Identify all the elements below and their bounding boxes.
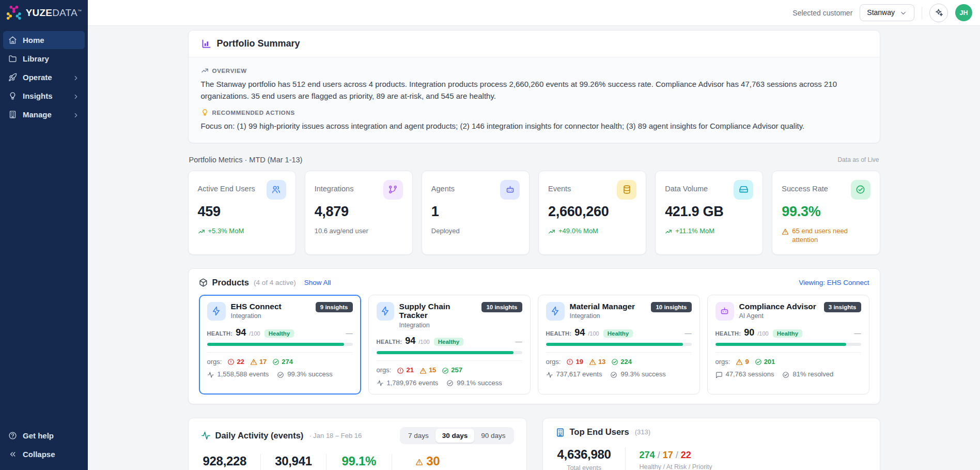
stat-avg-day: 30,941 Avg/Day (261, 454, 326, 470)
brand-logo-icon (6, 5, 22, 21)
avatar[interactable]: JH (955, 4, 972, 21)
product-card-compliance-advisor[interactable]: Compliance Advisor AI Agent 3 insights H… (707, 295, 869, 395)
selected-customer-label: Selected customer (792, 9, 852, 17)
orgs-warning: 15 (419, 366, 436, 374)
products-count: (4 of 4 active) (254, 279, 296, 286)
trend-dash: — (516, 338, 522, 345)
orgs-critical: 22 (227, 358, 244, 366)
health-score: 94 (405, 336, 415, 346)
zap-icon (377, 302, 394, 321)
metric-card-events: Events 2,660,260 +49.0% MoM (538, 171, 646, 255)
product-name: Compliance Advisor (739, 302, 816, 311)
building-icon (8, 110, 17, 119)
daily-activity-title: Daily Activity (events) (215, 431, 304, 441)
zap-icon (207, 302, 226, 321)
product-type: Integration (399, 322, 477, 329)
orgs-critical: 19 (566, 358, 583, 366)
orgs-healthy: 274 (272, 358, 293, 366)
robot-icon (715, 302, 734, 321)
status-badge: Healthy (265, 329, 294, 338)
metric-change: Deployed (431, 226, 520, 236)
metric-card-active-end-users: Active End Users 459 +5.3% MoM (188, 171, 296, 255)
metric-change: +49.0% MoM (548, 226, 636, 236)
health-label: HEALTH: (207, 330, 233, 337)
toggle-7-days[interactable]: 7 days (401, 429, 435, 443)
product-card-supply-chain-tracker[interactable]: Supply Chain Tracker Integration 10 insi… (368, 295, 531, 395)
stat-avg-success: 99.1% Avg Success (326, 454, 392, 470)
ai-assistant-button[interactable] (929, 4, 948, 22)
sidebar-item-label: Home (23, 36, 44, 44)
brand-logo[interactable]: YUZEDATA™ (0, 0, 88, 26)
sidebar-item-library[interactable]: Library (3, 50, 85, 68)
portfolio-summary-title: Portfolio Summary (217, 38, 300, 49)
stat-total-activity: 928,228 Total Activity (201, 454, 261, 470)
events-stat: 737,617 events (546, 370, 602, 378)
health-bar (546, 343, 692, 346)
metric-change: +11.1% MoM (665, 226, 753, 236)
metric-card-agents: Agents 1 Deployed (422, 171, 530, 255)
alert-circle-icon (227, 358, 235, 366)
metric-label: Data Volume (665, 180, 708, 193)
orgs-warning: 13 (589, 358, 605, 366)
metric-label: Active End Users (198, 180, 255, 193)
customer-select[interactable]: Stanway (860, 4, 914, 21)
product-name: EHS Connect (231, 302, 282, 311)
metric-change: 10.6 avg/end user (315, 226, 403, 236)
health-bar (207, 343, 353, 346)
topbar: Selected customer Stanway JH (88, 0, 980, 26)
metric-value: 99.3% (782, 204, 870, 220)
sidebar-item-manage[interactable]: Manage (3, 105, 85, 124)
collapse-sidebar-button[interactable]: Collapse (3, 445, 85, 463)
chevron-right-icon (72, 110, 80, 119)
database-icon (617, 180, 636, 200)
insights-badge: 10 insights (481, 302, 522, 312)
trend-up-icon (198, 226, 205, 236)
health-max: /100 (249, 330, 260, 337)
data-as-of-label: Data as of Live (837, 156, 879, 163)
trending-up-icon (201, 67, 209, 74)
orgs-label: orgs: (207, 358, 222, 366)
top-end-users-title: Top End Users (570, 427, 629, 437)
check-circle-icon (446, 379, 454, 387)
overview-text: The Stanway portfolio has 512 end users … (201, 79, 867, 102)
brand-name: YUZEDATA™ (26, 7, 82, 19)
health-max: /100 (588, 330, 599, 337)
success-stat: 99.3% success (610, 370, 665, 378)
healthy-count: 274 (640, 450, 655, 460)
sessions-stat: 47,763 sessions (715, 370, 774, 378)
rocket-icon (8, 73, 17, 82)
orgs-label: orgs: (715, 358, 730, 366)
sidebar-item-home[interactable]: Home (3, 31, 85, 49)
building-icon (555, 427, 565, 437)
warning-icon (419, 366, 427, 374)
metric-change: 65 end users need attention (782, 226, 870, 245)
orgs-healthy: 224 (611, 358, 632, 366)
insights-badge: 10 insights (651, 302, 691, 312)
toggle-30-days[interactable]: 30 days (435, 429, 475, 443)
sidebar-item-insights[interactable]: Insights (3, 87, 85, 105)
product-card-material-manager[interactable]: Material Manager Integration 10 insights… (538, 295, 700, 395)
recommended-actions-label: RECOMMENDED ACTIONS (212, 110, 295, 116)
top-end-users-count: (313) (635, 428, 650, 436)
health-score: 94 (236, 327, 246, 338)
overview-label: OVERVIEW (212, 68, 247, 74)
check-circle-icon (277, 370, 284, 378)
help-circle-icon (8, 431, 17, 440)
sidebar-item-label: Manage (23, 110, 52, 119)
check-circle-icon (851, 180, 870, 200)
show-all-link[interactable]: Show All (304, 279, 331, 286)
portfolio-metrics-title: Portfolio Metrics · MTD (Mar 1-13) (189, 156, 303, 164)
sidebar-item-label: Insights (23, 92, 53, 100)
collapse-icon (8, 450, 17, 459)
get-help-button[interactable]: Get help (3, 427, 85, 445)
viewing-link[interactable]: Viewing: EHS Connect (799, 279, 869, 286)
metric-label: Success Rate (782, 180, 828, 193)
metric-value: 459 (198, 204, 286, 220)
toggle-90-days[interactable]: 90 days (474, 429, 512, 443)
product-card-ehs-connect[interactable]: EHS Connect Integration 9 insights HEALT… (199, 295, 361, 395)
message-icon (715, 370, 723, 378)
orgs-healthy: 257 (442, 366, 462, 374)
warning-icon (782, 226, 789, 236)
health-max: /100 (757, 330, 768, 337)
sidebar-item-operate[interactable]: Operate (3, 68, 85, 86)
